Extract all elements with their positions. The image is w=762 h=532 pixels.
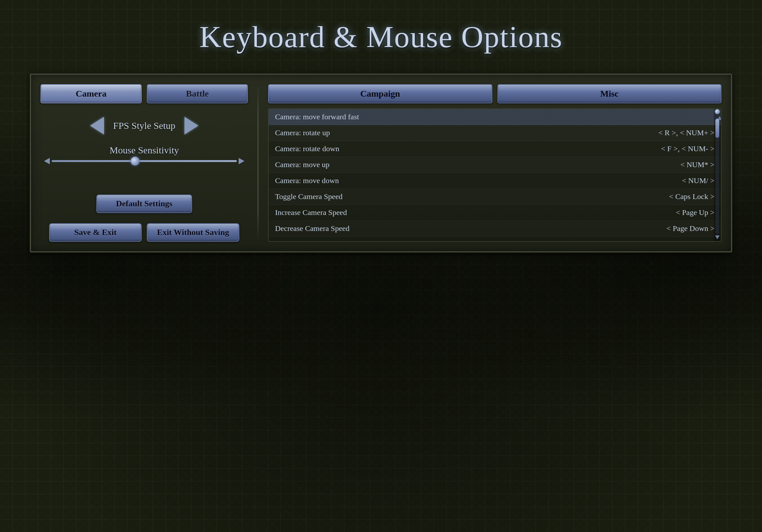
keybinding-row-3[interactable]: Camera: move up < NUM* >: [269, 157, 721, 173]
keybinding-row-7[interactable]: Decrease Camera Speed < Page Down >: [269, 221, 721, 237]
right-panel: Campaign Misc Camera: move forward fast …: [268, 84, 722, 242]
binding-key-5: < Caps Lock >: [669, 192, 715, 201]
fps-arrow-right-btn[interactable]: [182, 116, 201, 135]
default-settings-button[interactable]: Default Settings: [96, 195, 192, 213]
scrollbar-top-dot: [715, 109, 720, 114]
keybinding-row-0[interactable]: Camera: move forward fast: [269, 109, 721, 125]
binding-key-8: < Q >, < NUM 4 >: [657, 240, 715, 242]
scrollbar: [714, 109, 721, 241]
tab-camera[interactable]: Camera: [40, 84, 142, 103]
scrollbar-down-button[interactable]: [715, 235, 720, 239]
sensitivity-slider-thumb[interactable]: [130, 157, 139, 166]
keybinding-row-1[interactable]: Camera: rotate up < R >, < NUM+ >: [269, 125, 721, 141]
binding-key-3: < NUM* >: [680, 161, 715, 169]
scrollbar-thumb[interactable]: [716, 119, 719, 138]
keybinding-row-4[interactable]: Camera: move down < NUM/ >: [269, 173, 721, 189]
main-panel: Camera Battle FPS Style Setup Mouse Sens…: [30, 74, 732, 252]
exit-without-saving-button[interactable]: Exit Without Saving: [147, 223, 239, 242]
binding-action-6: Increase Camera Speed: [275, 208, 347, 217]
binding-action-0: Camera: move forward fast: [275, 112, 359, 121]
binding-key-4: < NUM/ >: [682, 176, 715, 185]
keybinding-row-6[interactable]: Increase Camera Speed < Page Up >: [269, 205, 721, 221]
left-panel: Camera Battle FPS Style Setup Mouse Sens…: [40, 84, 248, 242]
binding-key-7: < Page Down >: [667, 224, 715, 233]
left-panel-buttons: Default Settings Save & Exit Exit Withou…: [40, 195, 248, 242]
keybinding-row-8[interactable]: Camera: rotate/strafe left < Q >, < NUM …: [269, 237, 721, 242]
left-tabs-row: Camera Battle: [40, 84, 248, 103]
keybinding-row-2[interactable]: Camera: rotate down < F >, < NUM- >: [269, 141, 721, 157]
tab-battle[interactable]: Battle: [147, 84, 248, 103]
page-title: Keyboard & Mouse Options: [199, 19, 563, 54]
keybinding-list: Camera: move forward fast Camera: rotate…: [268, 108, 722, 242]
binding-key-2: < F >, < NUM- >: [661, 145, 715, 153]
fps-arrow-right-icon: [185, 117, 198, 135]
binding-action-5: Toggle Camera Speed: [275, 192, 343, 201]
binding-action-8: Camera: rotate/strafe left: [275, 240, 352, 242]
tab-campaign[interactable]: Campaign: [268, 84, 493, 103]
binding-key-1: < R >, < NUM+ >: [658, 129, 715, 137]
page-wrapper: Keyboard & Mouse Options Camera Battle F…: [0, 0, 762, 532]
binding-action-3: Camera: move up: [275, 161, 330, 169]
bottom-buttons-row: Save & Exit Exit Without Saving: [49, 223, 239, 242]
fps-arrow-left-btn[interactable]: [87, 116, 107, 135]
setup-row: FPS Style Setup: [40, 116, 248, 135]
tab-misc[interactable]: Misc: [497, 84, 722, 103]
binding-key-6: < Page Up >: [676, 208, 715, 217]
save-exit-button[interactable]: Save & Exit: [49, 223, 142, 242]
binding-action-1: Camera: rotate up: [275, 129, 330, 137]
slider-label: Mouse Sensitivity: [110, 145, 179, 156]
sensitivity-slider-track[interactable]: [52, 160, 237, 162]
right-tabs-row: Campaign Misc: [268, 84, 722, 103]
slider-arrow-left-icon: [44, 158, 50, 164]
binding-action-7: Decrease Camera Speed: [275, 224, 349, 233]
panel-divider: [258, 84, 259, 242]
fps-setup-label: FPS Style Setup: [113, 120, 175, 131]
binding-action-4: Camera: move down: [275, 176, 339, 185]
slider-arrow-right-icon: [239, 158, 244, 164]
keybinding-row-5[interactable]: Toggle Camera Speed < Caps Lock >: [269, 189, 721, 205]
slider-section: Mouse Sensitivity: [40, 145, 248, 162]
binding-action-2: Camera: rotate down: [275, 145, 339, 153]
fps-arrow-left-icon: [90, 117, 104, 135]
scrollbar-track: [716, 117, 719, 234]
